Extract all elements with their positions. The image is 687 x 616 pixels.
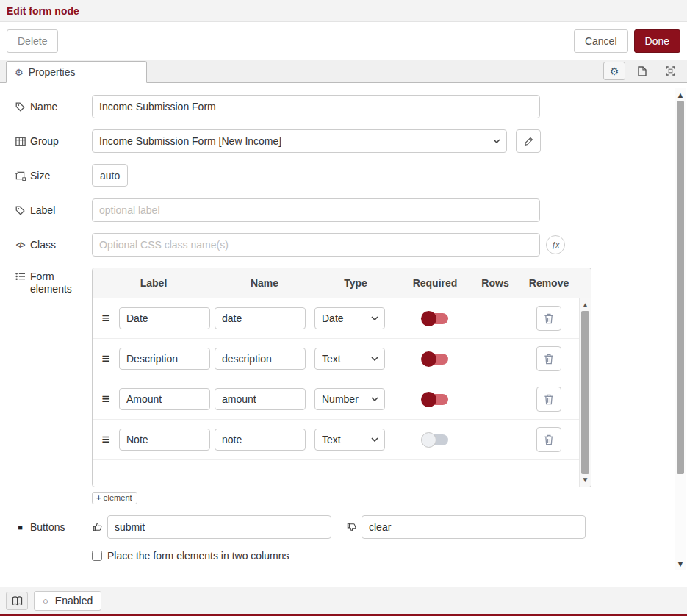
element-name-input[interactable] [215, 348, 306, 370]
cancel-button[interactable]: Cancel [574, 29, 628, 53]
toggle-knob [421, 351, 436, 367]
size-auto-button[interactable]: auto [92, 164, 128, 187]
fx-icon: ƒx [552, 241, 560, 249]
dialog-scrollbar-thumb[interactable] [677, 101, 684, 474]
trash-icon [544, 313, 554, 324]
tab-toolbar: ⚙ [603, 62, 681, 80]
group-select[interactable]: Income Submission Form [New Income] [92, 129, 507, 153]
element-type-select[interactable]: Text [314, 348, 385, 370]
tag-icon [15, 102, 25, 112]
delete-button[interactable]: Delete [7, 29, 58, 53]
pencil-icon [524, 137, 533, 146]
docs-button[interactable] [6, 592, 28, 610]
drag-handle-icon[interactable]: ≡ [93, 310, 119, 326]
form-elements-header: Label Name Type Required Rows Remove [93, 268, 591, 298]
element-type-select[interactable]: Date [314, 307, 385, 329]
table-row: ≡ Number [93, 379, 579, 420]
clear-button-label-input[interactable] [362, 515, 586, 539]
remove-element-button[interactable] [536, 427, 561, 452]
scroll-down-icon[interactable]: ▼ [580, 475, 591, 485]
class-input[interactable] [92, 233, 540, 257]
element-type-select[interactable]: Number [314, 388, 385, 410]
group-label: Group [15, 129, 92, 153]
element-label-input[interactable] [119, 348, 210, 370]
node-appearance-button[interactable] [659, 62, 681, 80]
scroll-down-icon[interactable]: ▼ [675, 559, 686, 569]
field-row-group: Group Income Submission Form [New Income… [15, 129, 672, 153]
expand-icon [666, 66, 675, 76]
form-elements-table: Label Name Type Required Rows Remove ≡ [92, 268, 591, 487]
element-name-input[interactable] [215, 388, 306, 410]
drag-handle-icon[interactable]: ≡ [93, 431, 119, 448]
dialog-title: Edit form node [7, 5, 79, 17]
trash-icon [544, 394, 554, 405]
trash-icon [544, 434, 554, 445]
element-type-select[interactable]: Text [314, 429, 385, 451]
two-columns-checkbox[interactable] [92, 551, 102, 561]
submit-button-label-input[interactable] [107, 515, 331, 539]
properties-panel: Name Group Income Submission Form [New I… [0, 84, 687, 587]
edit-form-node-dialog: Edit form node Delete Cancel Done ⚙ Prop… [0, 0, 687, 616]
table-scrollbar-thumb[interactable] [581, 311, 589, 474]
scroll-up-icon[interactable]: ▲ [675, 90, 686, 100]
table-row: ≡ Date [93, 298, 579, 339]
element-label-input[interactable] [119, 429, 210, 451]
required-toggle[interactable] [422, 354, 448, 365]
field-row-label: Label [15, 198, 672, 222]
scroll-up-icon[interactable]: ▲ [580, 300, 591, 310]
dialog-header: Edit form node [0, 0, 687, 22]
drag-handle-icon[interactable]: ≡ [93, 391, 119, 407]
dialog-scrollbar: ▲ ▼ [675, 88, 686, 570]
col-header-rows: Rows [473, 277, 517, 289]
required-toggle[interactable] [422, 313, 448, 324]
form-elements-body: ≡ Date [93, 298, 591, 487]
name-label: Name [15, 95, 92, 118]
field-row-class: </> Class ƒx [15, 233, 672, 257]
name-input[interactable] [92, 95, 540, 118]
required-toggle[interactable] [422, 434, 448, 445]
two-columns-label: Place the form elements in two columns [107, 550, 289, 562]
class-label: </> Class [15, 233, 92, 257]
node-enabled-toggle[interactable]: ○ Enabled [34, 591, 101, 611]
label-label: Label [15, 198, 92, 222]
required-toggle[interactable] [422, 394, 448, 405]
two-columns-row: Place the form elements in two columns [92, 550, 672, 562]
done-button[interactable]: Done [634, 29, 680, 53]
col-header-label: Label [93, 277, 215, 289]
buttons-label: ■ Buttons [15, 515, 92, 539]
remove-element-button[interactable] [536, 346, 561, 371]
remove-element-button[interactable] [536, 306, 561, 331]
drag-handle-icon[interactable]: ≡ [93, 351, 119, 367]
field-row-buttons: ■ Buttons [15, 515, 672, 539]
element-name-input[interactable] [215, 429, 306, 451]
code-icon: </> [15, 241, 26, 249]
edit-group-button[interactable] [516, 129, 541, 153]
table-row: ≡ Text [93, 420, 579, 460]
tab-properties[interactable]: ⚙ Properties [6, 61, 147, 83]
thumbs-down-icon [347, 522, 357, 532]
group-select-wrap: Income Submission Form [New Income] [92, 129, 507, 153]
form-elements-editor: Label Name Type Required Rows Remove ≡ [92, 268, 591, 504]
size-label: Size [15, 164, 92, 187]
node-settings-button[interactable]: ⚙ [603, 62, 625, 80]
table-scrollbar: ▲ ▼ [579, 298, 591, 487]
remove-element-button[interactable] [536, 387, 561, 412]
element-label-input[interactable] [119, 307, 210, 329]
element-label-input[interactable] [119, 388, 210, 410]
class-expression-button[interactable]: ƒx [546, 235, 565, 254]
toggle-knob [421, 311, 436, 326]
node-description-button[interactable] [631, 62, 653, 80]
square-icon: ■ [15, 523, 26, 531]
field-row-name: Name [15, 95, 672, 118]
dialog-action-bar: Delete Cancel Done [0, 22, 687, 60]
form-elements-label: Form elements [15, 268, 92, 504]
element-name-input[interactable] [215, 307, 306, 329]
label-input[interactable] [92, 198, 540, 222]
thumbs-up-icon [93, 522, 103, 532]
enabled-label: Enabled [55, 595, 93, 606]
toggle-knob [421, 432, 436, 448]
add-element-button[interactable]: +element [92, 492, 137, 504]
toggle-knob [421, 392, 436, 407]
gear-icon: ⚙ [15, 67, 24, 78]
table-icon [15, 137, 26, 146]
